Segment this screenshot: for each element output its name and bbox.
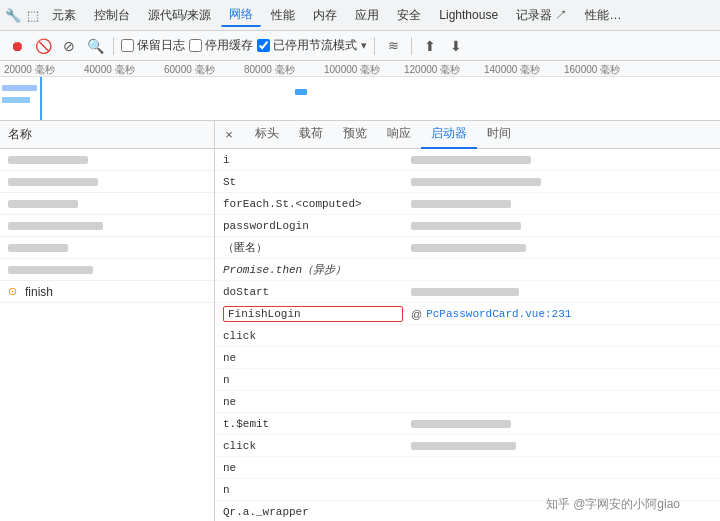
init-name-temit: t.$emit xyxy=(223,418,403,430)
main-area: 名称 ⊙ finish xyxy=(0,121,720,521)
tab-bar: × 标头 载荷 预览 响应 启动器 时间 xyxy=(215,121,720,149)
init-name-finishlogin: FinishLogin xyxy=(223,306,403,322)
preserve-log-input[interactable] xyxy=(121,39,134,52)
init-row-st[interactable]: St xyxy=(215,171,720,193)
menu-lighthouse[interactable]: Lighthouse xyxy=(431,6,506,24)
timeline-bar-3 xyxy=(295,89,307,95)
init-name-n2: n xyxy=(223,484,403,496)
list-item[interactable] xyxy=(0,193,214,215)
name-bar-4 xyxy=(8,222,103,230)
init-row-finishlogin[interactable]: FinishLogin @ PcPasswordCard.vue:231 xyxy=(215,303,720,325)
init-name-dostart: doStart xyxy=(223,286,403,298)
separator-3 xyxy=(411,37,412,55)
init-row-ne2[interactable]: ne xyxy=(215,391,720,413)
gray-bar-0 xyxy=(411,156,531,164)
name-bar-3 xyxy=(8,200,78,208)
list-item[interactable] xyxy=(0,215,214,237)
ruler-label-4: 100000 毫秒 xyxy=(320,63,400,77)
ruler-label-7: 160000 毫秒 xyxy=(560,63,640,77)
clear-button[interactable]: 🚫 xyxy=(32,35,54,57)
menu-performance[interactable]: 性能 xyxy=(263,5,303,26)
gray-bar-7 xyxy=(411,442,516,450)
preserve-log-label: 保留日志 xyxy=(137,37,185,54)
finish-item[interactable]: ⊙ finish xyxy=(0,281,214,303)
throttle-input[interactable] xyxy=(257,39,270,52)
init-row-click1[interactable]: click xyxy=(215,325,720,347)
init-row-n1[interactable]: n xyxy=(215,369,720,391)
filter-button[interactable]: ⊘ xyxy=(58,35,80,57)
gray-bar-3 xyxy=(411,222,521,230)
wifi-icon: ≋ xyxy=(382,35,404,57)
init-row-n2[interactable]: n xyxy=(215,479,720,501)
preserve-log-checkbox[interactable]: 保留日志 xyxy=(121,37,185,54)
init-row-ne3[interactable]: ne xyxy=(215,457,720,479)
timeline-bar-1 xyxy=(2,85,37,91)
list-item[interactable] xyxy=(0,237,214,259)
init-row-i[interactable]: i xyxy=(215,149,720,171)
init-row-qr[interactable]: Qr.a._wrapper xyxy=(215,501,720,521)
gray-bar-2 xyxy=(411,200,511,208)
throttle-label: 已停用节流模式 xyxy=(273,37,357,54)
name-list: ⊙ finish xyxy=(0,149,214,303)
init-row-anon[interactable]: （匿名） xyxy=(215,237,720,259)
init-row-passwordlogin[interactable]: passwordLogin xyxy=(215,215,720,237)
tab-initiator[interactable]: 启动器 xyxy=(421,121,477,149)
ruler-label-1: 40000 毫秒 xyxy=(80,63,160,77)
init-row-dostart[interactable]: doStart xyxy=(215,281,720,303)
name-bar-2 xyxy=(8,178,98,186)
init-name-click2: click xyxy=(223,440,403,452)
at-symbol: @ xyxy=(411,308,422,320)
disable-cache-label: 停用缓存 xyxy=(205,37,253,54)
init-name-st: St xyxy=(223,176,403,188)
menu-performance-insights[interactable]: 性能… xyxy=(577,5,629,26)
list-item[interactable] xyxy=(0,171,214,193)
tab-timing[interactable]: 时间 xyxy=(477,121,521,149)
menu-elements[interactable]: 元素 xyxy=(44,5,84,26)
init-row-ne1[interactable]: ne xyxy=(215,347,720,369)
init-name-click1: click xyxy=(223,330,403,342)
menu-console[interactable]: 控制台 xyxy=(86,5,138,26)
separator-1 xyxy=(113,37,114,55)
init-name-ne1: ne xyxy=(223,352,403,364)
upload-button[interactable]: ⬆ xyxy=(419,35,441,57)
list-item[interactable] xyxy=(0,149,214,171)
init-name-passwordlogin: passwordLogin xyxy=(223,220,403,232)
close-button[interactable]: × xyxy=(219,125,239,145)
throttle-checkbox[interactable]: 已停用节流模式 xyxy=(257,37,357,54)
disable-cache-checkbox[interactable]: 停用缓存 xyxy=(189,37,253,54)
init-name-promise: Promise.then（异步） xyxy=(223,262,403,277)
devtools-icon[interactable]: 🔧 xyxy=(4,6,22,24)
menu-security[interactable]: 安全 xyxy=(389,5,429,26)
name-bar-1 xyxy=(8,156,88,164)
init-row-temit[interactable]: t.$emit xyxy=(215,413,720,435)
ruler-label-3: 80000 毫秒 xyxy=(240,63,320,77)
gray-bar-4 xyxy=(411,244,526,252)
disable-cache-input[interactable] xyxy=(189,39,202,52)
tab-response[interactable]: 响应 xyxy=(377,121,421,149)
name-header-label: 名称 xyxy=(8,126,32,143)
init-row-foreach[interactable]: forEach.St.<computed> xyxy=(215,193,720,215)
inspect-icon[interactable]: ⬚ xyxy=(24,6,42,24)
menu-recorder[interactable]: 记录器 ↗ xyxy=(508,5,575,26)
right-panel: × 标头 载荷 预览 响应 启动器 时间 i St forEach.St.<co… xyxy=(215,121,720,521)
menu-application[interactable]: 应用 xyxy=(347,5,387,26)
record-button[interactable]: ⏺ xyxy=(6,35,28,57)
init-link-finishlogin[interactable]: PcPasswordCard.vue:231 xyxy=(426,308,571,320)
init-name-qr: Qr.a._wrapper xyxy=(223,506,403,518)
separator-2 xyxy=(374,37,375,55)
gray-bar-6 xyxy=(411,420,511,428)
download-button[interactable]: ⬇ xyxy=(445,35,467,57)
menu-network[interactable]: 网络 xyxy=(221,4,261,27)
throttle-dropdown[interactable]: ▾ xyxy=(361,39,367,52)
tab-payload[interactable]: 载荷 xyxy=(289,121,333,149)
init-row-click2[interactable]: click xyxy=(215,435,720,457)
tab-preview[interactable]: 预览 xyxy=(333,121,377,149)
tab-headers[interactable]: 标头 xyxy=(245,121,289,149)
name-bar-6 xyxy=(8,266,93,274)
search-button[interactable]: 🔍 xyxy=(84,35,106,57)
menu-sources[interactable]: 源代码/来源 xyxy=(140,5,219,26)
menu-memory[interactable]: 内存 xyxy=(305,5,345,26)
gray-bar-1 xyxy=(411,178,541,186)
init-row-promise[interactable]: Promise.then（异步） xyxy=(215,259,720,281)
list-item[interactable] xyxy=(0,259,214,281)
